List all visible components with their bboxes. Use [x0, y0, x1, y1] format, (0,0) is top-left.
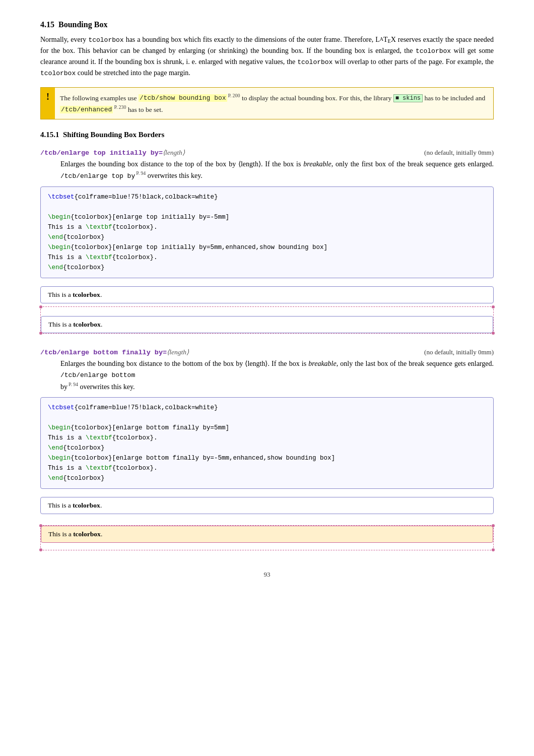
key2-param: ⟨length⟩ [167, 348, 189, 356]
corner-tr-dot [492, 305, 495, 308]
key1-def: /tcb/enlarge top initially by=⟨length⟩ (… [40, 148, 494, 157]
key1-param: ⟨length⟩ [163, 149, 185, 156]
warning-skins-badge: ■ skins [393, 94, 423, 102]
key2-def: /tcb/enlarge bottom finally by=⟨length⟩ … [40, 348, 494, 356]
key1-desc: Enlarges the bounding box distance to th… [60, 159, 494, 181]
corner-br-dot [492, 332, 495, 335]
key2-demo2-tcolorbox: This is a tcolorbox. [41, 526, 493, 543]
key2-name: /tcb/enlarge bottom finally by=⟨length⟩ [40, 348, 189, 356]
subsection-heading: 4.15.1 Shifting Bounding Box Borders [40, 131, 494, 139]
key2-desc: Enlarges the bounding box distance to th… [60, 358, 494, 392]
warning-ref1: P. 200 [227, 93, 240, 98]
code2-begin2-kw: \begin [48, 455, 71, 462]
warning-ref2: P. 230 [113, 104, 126, 110]
code2-tcbset-kw: \tcbset [48, 404, 75, 411]
section-heading: 4.15 Bounding Box [40, 20, 494, 29]
key2-corner-br-dot [492, 548, 495, 551]
corner-tl-dot [39, 305, 42, 308]
code-begin2-kw: \begin [48, 244, 71, 251]
code-textbf2-kw: \textbf [86, 254, 112, 261]
key1-name: /tcb/enlarge top initially by=⟨length⟩ [40, 148, 185, 157]
code-end-kw: \end [48, 234, 63, 241]
warning-bang: ! [41, 88, 55, 119]
key1-default: (no default, initially 0mm) [424, 149, 494, 157]
warning-code1: /tcb/show bounding box [139, 94, 227, 102]
key1-demo1-tcolorbox: This is a tcolorbox. [40, 286, 494, 303]
code2-begin-kw: \begin [48, 424, 71, 431]
code2-end2-kw: \end [48, 475, 63, 482]
key1-demo1-bold: tcolorbox [73, 291, 100, 298]
key1-demo2-bbox-container: This is a tcolorbox. [40, 306, 494, 334]
code2-textbf-kw: \textbf [86, 434, 112, 442]
warning-content: The following examples use /tcb/show bou… [55, 88, 493, 119]
intro-paragraph: Normally, every tcolorbox has a bounding… [40, 34, 494, 79]
key1-demo2-tcolorbox: This is a tcolorbox. [41, 316, 493, 333]
key2-default: (no default, initially 0mm) [424, 348, 494, 356]
key1-demo2-dashed: This is a tcolorbox. [40, 306, 494, 334]
warning-code2: /tcb/enhanced [60, 106, 113, 113]
key2-corner-bl-dot [39, 548, 42, 551]
inline-code-tcolorbox: tcolorbox [88, 36, 123, 44]
key2-corner-tr-dot [492, 524, 495, 527]
key2-demo1-tcolorbox: This is a tcolorbox. [40, 497, 494, 514]
warning-box: ! The following examples use /tcb/show b… [40, 87, 494, 119]
key1-desc-text: Enlarges the bounding box distance to th… [60, 159, 494, 181]
key1-demo2-bold: tcolorbox [73, 321, 101, 328]
code-tcbset-kw: \tcbset [48, 194, 75, 201]
key2-code-box: \tcbset{colframe=blue!75!black,colback=w… [40, 397, 494, 489]
page-number: 93 [40, 571, 494, 579]
corner-bl-dot [39, 332, 42, 335]
key2-desc-text: Enlarges the bounding box distance to th… [60, 358, 494, 392]
key1-code-box: \tcbset{colframe=blue!75!black,colback=w… [40, 186, 494, 278]
code-end2-kw: \end [48, 264, 63, 271]
key2-demo1-bold: tcolorbox [73, 501, 100, 509]
code2-end-kw: \end [48, 445, 63, 452]
key2-demo2-bbox-container: This is a tcolorbox. [40, 525, 494, 550]
code-begin-kw: \begin [48, 214, 71, 221]
code-textbf-kw: \textbf [86, 224, 112, 231]
code2-textbf2-kw: \textbf [86, 465, 112, 472]
key2-demo2-bold: tcolorbox [73, 530, 101, 538]
key2-demo2-dashed: This is a tcolorbox. [40, 525, 494, 550]
